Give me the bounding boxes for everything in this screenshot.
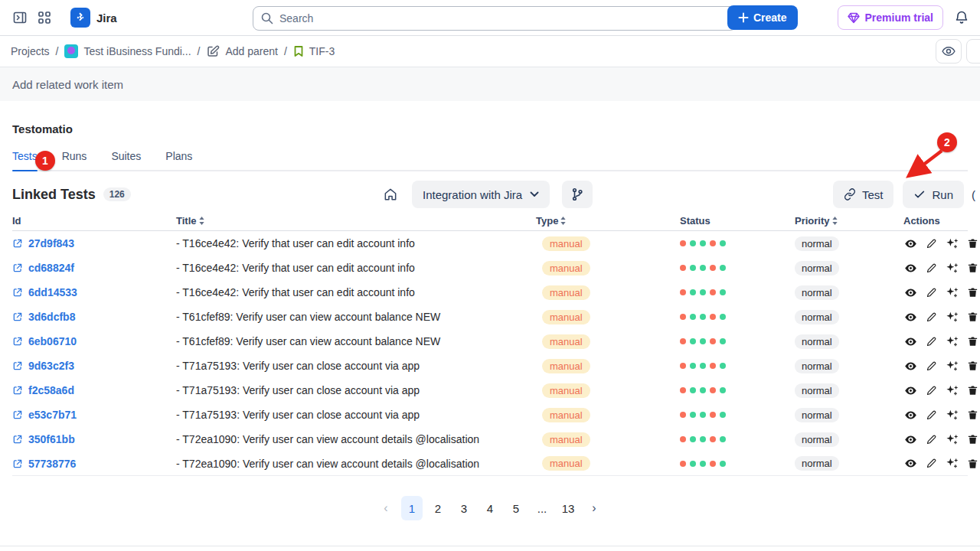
test-id-link[interactable]: 27d9f843 — [12, 237, 176, 249]
pagination-pages: 12345...13 — [401, 496, 579, 520]
view-test-button[interactable] — [903, 310, 918, 324]
view-test-button[interactable] — [903, 456, 918, 471]
pagination-next-button[interactable]: › — [583, 496, 605, 520]
view-test-button[interactable] — [903, 285, 918, 300]
branches-button[interactable] — [562, 181, 593, 208]
status-dot-green — [700, 461, 706, 467]
home-button[interactable] — [381, 185, 400, 204]
sparkles-icon — [946, 360, 959, 373]
test-id-link[interactable]: 6eb06710 — [12, 335, 176, 347]
tab-suites[interactable]: Suites — [111, 150, 141, 170]
branch-select-dropdown[interactable]: Integration with Jira — [412, 181, 550, 208]
widget-title: Testomatio — [12, 122, 968, 135]
delete-test-button[interactable] — [966, 261, 979, 275]
test-id-link[interactable]: e53c7b71 — [12, 409, 176, 421]
search-input[interactable] — [253, 6, 737, 31]
pagination-page-2[interactable]: 2 — [427, 496, 449, 520]
pagination-prev-button[interactable]: ‹ — [375, 496, 397, 520]
edit-test-button[interactable] — [925, 286, 938, 299]
premium-trial-button[interactable]: Premium trial — [838, 5, 943, 30]
notifications-button[interactable] — [949, 5, 974, 30]
test-id-link[interactable]: 6dd14533 — [12, 286, 176, 298]
tab-runs[interactable]: Runs — [62, 150, 87, 170]
add-parent-link[interactable]: Add parent — [206, 44, 278, 58]
delete-test-button[interactable] — [966, 432, 979, 446]
watch-button[interactable] — [936, 39, 962, 64]
external-link-icon — [12, 336, 23, 347]
app-switcher-button[interactable] — [32, 5, 57, 30]
ai-sparkles-button[interactable] — [945, 408, 959, 422]
ai-sparkles-button[interactable] — [945, 261, 959, 276]
view-test-button[interactable] — [903, 383, 918, 398]
linked-tests-toolbar: Linked Tests 126 Integration with Jira — [12, 181, 968, 208]
ai-sparkles-button[interactable] — [945, 310, 959, 324]
more-actions-button-cutoff[interactable] — [966, 39, 980, 64]
pagination-page-3[interactable]: 3 — [453, 496, 475, 520]
edit-test-button[interactable] — [925, 237, 938, 250]
edit-test-button[interactable] — [925, 433, 938, 446]
test-id-link[interactable]: 350f61bb — [12, 433, 176, 445]
edit-test-button[interactable] — [925, 262, 938, 275]
delete-test-button[interactable] — [966, 408, 979, 422]
column-header-type[interactable]: Type — [536, 215, 674, 227]
tab-tests[interactable]: Tests — [12, 150, 38, 170]
delete-test-button[interactable] — [966, 310, 979, 324]
create-button[interactable]: Create — [727, 5, 798, 30]
ai-sparkles-button[interactable] — [945, 456, 959, 471]
column-header-actions: Actions — [903, 215, 968, 227]
pagination-page-13[interactable]: 13 — [557, 496, 579, 520]
delete-test-button[interactable] — [966, 457, 979, 471]
view-test-button[interactable] — [903, 408, 918, 422]
breadcrumb-projects-link[interactable]: Projects — [11, 45, 50, 57]
status-dot-red — [710, 387, 716, 393]
edit-test-button[interactable] — [925, 457, 938, 470]
type-cell: manual — [536, 359, 674, 373]
ai-sparkles-button[interactable] — [945, 236, 959, 251]
delete-test-button[interactable] — [966, 359, 979, 373]
delete-test-button[interactable] — [966, 383, 979, 397]
column-header-title[interactable]: Title — [176, 215, 536, 227]
issue-key-link[interactable]: TIF-3 — [293, 45, 335, 57]
pagination-page-5[interactable]: 5 — [505, 496, 527, 520]
delete-test-button[interactable] — [966, 236, 979, 250]
pagination-page-1[interactable]: 1 — [401, 496, 423, 520]
edit-test-button[interactable] — [925, 335, 938, 348]
tab-plans[interactable]: Plans — [165, 150, 192, 170]
ai-sparkles-button[interactable] — [945, 285, 959, 300]
column-header-priority[interactable]: Priority — [795, 215, 903, 227]
test-id-link[interactable]: 3d6dcfb8 — [12, 311, 176, 323]
status-cell — [674, 289, 795, 295]
sidebar-toggle-button[interactable] — [8, 5, 32, 30]
view-test-button[interactable] — [903, 359, 918, 373]
add-related-band: Add related work item — [0, 67, 980, 101]
ai-sparkles-button[interactable] — [945, 334, 959, 349]
type-badge: manual — [542, 432, 590, 447]
project-avatar — [64, 44, 78, 58]
pagination-page-4[interactable]: 4 — [479, 496, 501, 520]
test-id-link[interactable]: 9d63c2f3 — [12, 360, 176, 372]
priority-cell: normal — [795, 334, 903, 349]
view-test-button[interactable] — [903, 432, 918, 447]
run-button[interactable]: Run — [903, 181, 964, 208]
add-related-label[interactable]: Add related work item — [12, 78, 123, 91]
status-dot-green — [690, 363, 696, 369]
edit-test-button[interactable] — [925, 409, 938, 422]
jira-home-link[interactable]: Jira — [70, 8, 117, 28]
breadcrumb-project-link[interactable]: Test iBusiness Fundi... — [64, 44, 191, 58]
test-id-link[interactable]: 57738776 — [12, 458, 176, 470]
view-test-button[interactable] — [903, 261, 918, 276]
link-test-button[interactable]: Test — [833, 181, 894, 208]
delete-test-button[interactable] — [966, 334, 979, 348]
ai-sparkles-button[interactable] — [945, 359, 959, 373]
ai-sparkles-button[interactable] — [945, 383, 959, 398]
view-test-button[interactable] — [903, 334, 918, 349]
test-id-link[interactable]: cd68824f — [12, 262, 176, 274]
test-id-link[interactable]: f2c58a6d — [12, 384, 176, 396]
edit-test-button[interactable] — [925, 384, 938, 397]
ai-sparkles-button[interactable] — [945, 432, 959, 447]
view-test-button[interactable] — [903, 236, 918, 251]
edit-test-button[interactable] — [925, 360, 938, 373]
git-branch-icon — [571, 187, 583, 201]
edit-test-button[interactable] — [925, 311, 938, 324]
delete-test-button[interactable] — [966, 285, 979, 299]
